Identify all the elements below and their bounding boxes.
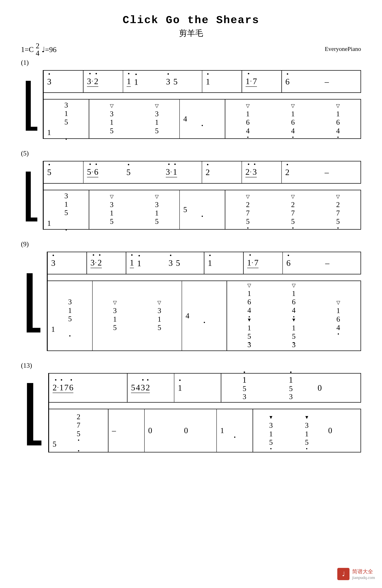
- section-2-label: (5): [21, 149, 361, 157]
- note-dash: –: [112, 426, 141, 435]
- source-label: EveryonePiano: [325, 46, 361, 52]
- chord: 3 1 5: [47, 192, 85, 217]
- aug-dot: ·: [250, 168, 251, 176]
- 5-dot: 5: [291, 217, 295, 226]
- note-6-dot: 6: [286, 258, 290, 268]
- notes-row: 6: [286, 77, 318, 86]
- t4m3: 1: [174, 374, 221, 402]
- notes-row: 1: [206, 77, 238, 86]
- b3m2: ▽ 3 1 5: [93, 281, 137, 351]
- notes-row: 3: [51, 258, 83, 268]
- chord: 3 1 5: [292, 421, 321, 446]
- t2m3: 5: [123, 161, 162, 183]
- note-2-dot-aug: 2·: [53, 383, 59, 392]
- note-3-dot-aug: 3·: [87, 76, 93, 86]
- beamed-group: 1: [127, 76, 131, 87]
- note-dash: –: [325, 77, 329, 86]
- notes-row: 0: [318, 383, 357, 393]
- note-1-dot: 1: [206, 77, 210, 86]
- b2m7: ▽ 2 7 5: [315, 190, 361, 229]
- chord-1: 1: [155, 118, 159, 126]
- sub-dot: [66, 229, 67, 231]
- staves: 3 3· 2: [48, 252, 361, 351]
- chord-6: 6: [336, 118, 340, 126]
- bass-low: 1: [51, 325, 89, 334]
- notes-row: –: [325, 77, 357, 86]
- dot-above: [131, 254, 133, 256]
- sub-dot: [247, 137, 248, 138]
- down-arrow: ▽: [96, 300, 134, 305]
- staves: 5 5· 6: [44, 161, 361, 230]
- tempo-label: ♩=96: [41, 45, 57, 54]
- measure-8-treble: –: [321, 71, 361, 92]
- dot-above: [174, 164, 176, 165]
- down-arrow-open: ▽: [275, 282, 312, 288]
- section-3-body: ⌊ 3: [21, 252, 361, 351]
- dot-above: [53, 255, 54, 256]
- beamed-group: 1· 7: [246, 76, 257, 87]
- note-2-dot-2: 2: [285, 167, 289, 177]
- end-barline: [361, 374, 361, 402]
- beamed-group: 3· 2: [91, 258, 102, 268]
- bracket-icon: ⌊: [21, 373, 48, 452]
- bass-m2: ▽ 3 1 5: [89, 100, 134, 138]
- down-arrow: ▽: [141, 300, 178, 305]
- dot-above: [71, 379, 72, 380]
- dot-above: [287, 73, 288, 75]
- chord-5: 5: [155, 127, 159, 135]
- bass-1: 1: [220, 426, 249, 435]
- bass-low-1: 1: [47, 128, 85, 137]
- t2m2: 5· 6: [83, 161, 123, 183]
- note-3-dot: 3: [51, 258, 55, 268]
- down-arrow: ▽: [274, 194, 312, 199]
- note-1-dot-aug: 1·: [247, 258, 253, 267]
- note-2-dot: 2: [206, 167, 210, 177]
- staff-gap: [44, 93, 361, 99]
- sub-note-3: 3: [243, 393, 246, 401]
- beamed-group: 3· 2: [87, 76, 98, 87]
- treble-staff-3: 3 3· 2: [48, 252, 361, 274]
- key-label: 1=C: [21, 45, 34, 54]
- chord-1: 1: [291, 110, 295, 118]
- t2m7: 2: [282, 161, 321, 183]
- dot-above: [89, 164, 91, 165]
- watermark-line1: 简谱大全: [352, 568, 375, 575]
- note-3-dot-aug: 3·: [91, 258, 96, 267]
- sub-dot: [202, 125, 203, 126]
- dot-above: [209, 255, 211, 256]
- title-section: Click Go the Shears 剪羊毛: [21, 14, 361, 39]
- note-dash: –: [325, 258, 329, 268]
- section-4-body: ⌊ 2· 1: [21, 373, 361, 452]
- end-barline: [361, 190, 361, 229]
- note-1-dot-2: 1: [134, 77, 138, 87]
- note-3-dot-aug: 3·: [166, 167, 172, 177]
- note-7: 7: [253, 76, 257, 86]
- sub-dot: [234, 437, 235, 438]
- sub-dot: [338, 333, 339, 335]
- section-3-label: (9): [21, 240, 361, 248]
- end-barline: [361, 71, 361, 92]
- chord: 3 1 5: [96, 306, 134, 332]
- bass-staff-1: 3 1 5 1 ▽ 3: [44, 99, 361, 139]
- chord-2: 3 1 5: [93, 110, 131, 135]
- t2m6: 2· 3: [242, 161, 281, 183]
- end-barline: [361, 252, 361, 274]
- b3m5: ▽ 1 6 4 ▼ 1 5 3: [227, 281, 272, 351]
- down-arrow: ▽: [229, 103, 267, 109]
- dot-above: [93, 254, 94, 256]
- sub-dot: [292, 137, 293, 138]
- notes-row: 1: [208, 258, 240, 268]
- down-arrow-filled: ▼: [257, 415, 286, 420]
- bass-m7: ▽ 1 6 4: [315, 100, 361, 138]
- note-1-dot-aug: 1·: [246, 76, 252, 86]
- aug-dot: ·: [92, 168, 93, 176]
- b4m8: 0: [325, 409, 361, 452]
- bracket-icon: ⌊: [21, 252, 47, 351]
- note-1-dot: 1: [242, 375, 247, 385]
- chord: 2 7 5: [229, 200, 267, 226]
- dot-above: [290, 372, 291, 373]
- down-arrow: ▽: [274, 103, 312, 109]
- bass-low: 1: [47, 219, 85, 228]
- down-arrow: ▽: [229, 194, 267, 199]
- dot-above: [96, 164, 97, 165]
